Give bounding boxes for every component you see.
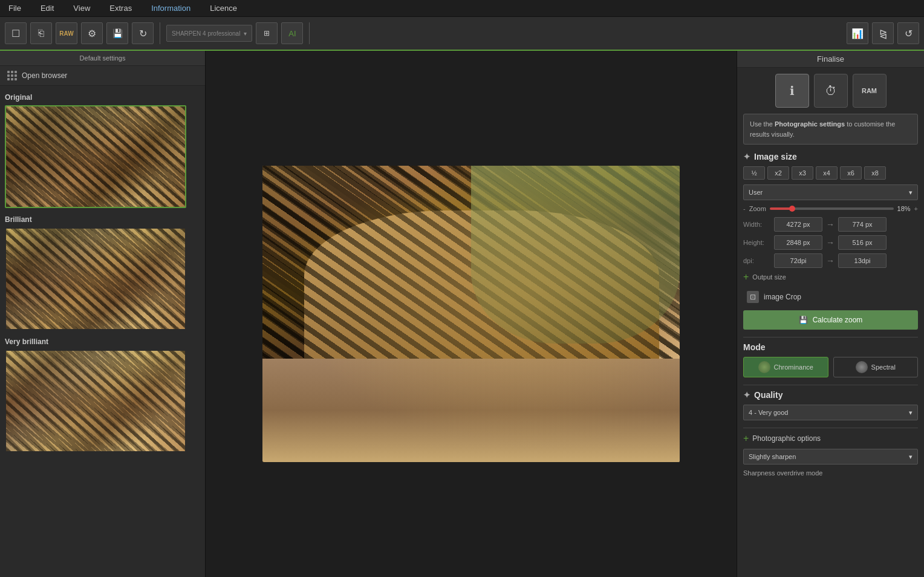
chroma-icon: [758, 361, 770, 373]
calc-zoom-label: Calculate zoom: [813, 316, 863, 324]
preview-img-brilliant[interactable]: [5, 227, 186, 330]
menu-edit[interactable]: Edit: [37, 2, 57, 14]
open-browser-btn[interactable]: Open browser: [0, 66, 205, 86]
product-dropdown[interactable]: SHARPEN 4 professional ▾: [166, 25, 252, 42]
preview-list: Original Brilliant Very brilliant: [0, 86, 205, 577]
toolbar-new-btn[interactable]: ☐: [5, 22, 27, 44]
preview-item-brilliant[interactable]: [5, 227, 200, 330]
tiger-thumbnail-brilliant: [6, 229, 185, 329]
info-icon: ℹ: [790, 83, 795, 98]
info-tab-clock[interactable]: ⏱: [814, 74, 848, 108]
width-arrow: →: [826, 220, 835, 229]
mode-spectral-btn[interactable]: Spectral: [833, 357, 919, 377]
dpi-label: dpi:: [743, 257, 770, 264]
size-btn-x4[interactable]: x4: [816, 166, 838, 180]
toolbar-save-btn[interactable]: 💾: [106, 22, 128, 44]
quality-title: ✦ Quality: [743, 390, 918, 400]
crop-icon: ⊡: [747, 291, 759, 303]
height-label: Height:: [743, 239, 770, 246]
main-image: [262, 166, 680, 462]
zoom-plus[interactable]: +: [914, 205, 918, 212]
user-dropdown[interactable]: User ▾: [743, 184, 918, 200]
mode-chrominance-btn[interactable]: Chrominance: [743, 357, 828, 377]
grid-icon: [7, 71, 17, 80]
height-out-value[interactable]: 516 px: [838, 235, 887, 250]
image-size-label: Image size: [754, 152, 797, 161]
preview-label-brilliant: Brilliant: [5, 215, 200, 224]
preview-item-original[interactable]: [5, 105, 200, 208]
size-btn-half[interactable]: ½: [743, 166, 765, 180]
toolbar: ☐ ⎗ RAW ⚙ 💾 ↻ SHARPEN 4 professional ▾ ⊞…: [0, 17, 924, 51]
right-panel: Finalise ℹ ⏱ RAM Use the Photographic se…: [737, 51, 924, 577]
clock-icon: ⏱: [825, 84, 837, 98]
photo-options-value: Slightly sharpen: [749, 453, 796, 460]
menu-extras[interactable]: Extras: [106, 2, 135, 14]
photo-options-arrow: ▾: [909, 453, 913, 461]
preview-img-original[interactable]: [5, 105, 186, 208]
open-browser-label: Open browser: [22, 71, 67, 80]
zoom-row: - Zoom 18% +: [743, 205, 918, 212]
dpi-in-value[interactable]: 72dpi: [774, 253, 822, 268]
menu-information[interactable]: Information: [148, 2, 194, 14]
zoom-text: Zoom: [749, 205, 766, 212]
left-panel: Default settings Open browser Original B…: [0, 51, 206, 577]
preview-label-original: Original: [5, 93, 200, 102]
dpi-out-value[interactable]: 13dpi: [838, 253, 887, 268]
photo-options-title: Photographic options: [752, 434, 821, 443]
info-bold: Photographic settings: [775, 120, 845, 128]
output-size-row: + Output size: [743, 272, 918, 282]
canvas-area[interactable]: [206, 51, 737, 577]
size-buttons: ½ x2 x3 x4 x6 x8: [743, 166, 918, 180]
toolbar-split-btn[interactable]: ⧎: [872, 22, 894, 44]
menu-view[interactable]: View: [70, 2, 94, 14]
preview-item-very-brilliant[interactable]: [5, 350, 200, 452]
width-out-value[interactable]: 774 px: [838, 217, 887, 232]
crop-image-row[interactable]: ⊡ image Crop: [743, 288, 918, 305]
info-message: Use the Photographic settings to customi…: [743, 114, 918, 145]
zoom-value: 18%: [897, 205, 911, 212]
size-btn-x8[interactable]: x8: [864, 166, 886, 180]
info-tab-info[interactable]: ℹ: [775, 74, 809, 108]
chroma-label: Chrominance: [774, 363, 813, 371]
size-btn-x3[interactable]: x3: [792, 166, 813, 180]
main-layout: Default settings Open browser Original B…: [0, 51, 924, 577]
info-prefix: Use the: [750, 120, 775, 128]
toolbar-open-btn[interactable]: ⎗: [30, 22, 52, 44]
height-arrow: →: [826, 238, 835, 247]
menu-licence[interactable]: Licence: [206, 2, 241, 14]
toolbar-ai-btn[interactable]: AI: [281, 22, 303, 44]
mode-buttons: Chrominance Spectral: [743, 357, 918, 377]
quality-icon: ✦: [743, 390, 750, 400]
zoom-slider[interactable]: [770, 207, 894, 210]
image-size-title: ✦ Image size: [743, 152, 918, 161]
width-row: Width: 4272 px → 774 px: [743, 217, 918, 232]
height-in-value[interactable]: 2848 px: [774, 235, 822, 250]
mode-label: Mode: [743, 342, 766, 352]
dpi-row: dpi: 72dpi → 13dpi: [743, 253, 918, 268]
crop-image-label: image Crop: [764, 293, 801, 301]
preview-img-very-brilliant[interactable]: [5, 350, 186, 452]
zoom-minus[interactable]: -: [743, 205, 746, 212]
toolbar-settings-btn[interactable]: ⚙: [81, 22, 103, 44]
toolbar-raw-btn[interactable]: RAW: [56, 22, 77, 44]
toolbar-rotate-btn[interactable]: ↺: [897, 22, 919, 44]
size-btn-x2[interactable]: x2: [767, 166, 789, 180]
info-tab-ram[interactable]: RAM: [853, 74, 887, 108]
toolbar-redo-btn[interactable]: ↻: [132, 22, 154, 44]
size-btn-x6[interactable]: x6: [840, 166, 862, 180]
photo-options-plus[interactable]: +: [743, 433, 749, 444]
user-dropdown-arrow: ▾: [909, 189, 913, 197]
quality-dropdown[interactable]: 4 - Very good ▾: [743, 405, 918, 420]
tiger-thumbnail-very-brilliant: [6, 351, 185, 451]
ram-label: RAM: [862, 87, 877, 94]
divider-2: [743, 385, 918, 385]
calculate-zoom-btn[interactable]: 💾 Calculate zoom: [743, 310, 918, 330]
width-in-value[interactable]: 4272 px: [774, 217, 822, 232]
output-size-label[interactable]: Output size: [752, 273, 786, 281]
photo-options-dropdown[interactable]: Slightly sharpen ▾: [743, 449, 918, 465]
info-tabs: ℹ ⏱ RAM: [743, 74, 918, 108]
output-size-plus[interactable]: +: [743, 272, 749, 282]
menu-file[interactable]: File: [5, 2, 25, 14]
toolbar-compare-btn[interactable]: ⊞: [256, 22, 278, 44]
toolbar-histogram-btn[interactable]: 📊: [847, 22, 868, 44]
